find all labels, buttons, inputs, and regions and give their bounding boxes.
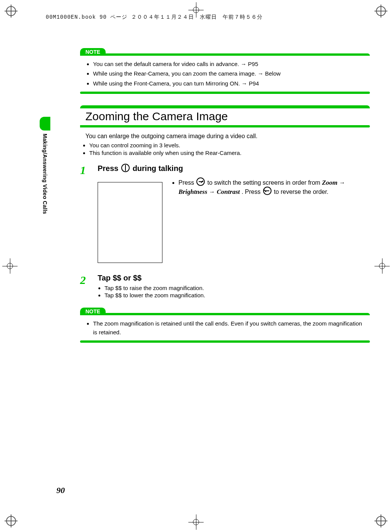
step2-title: Tap $$ or $$ [98, 274, 370, 282]
step1-title: Press during talking [98, 164, 370, 173]
crop-mark-right [374, 258, 390, 274]
file-header: 00M1000EN.book 90 ページ ２００４年１１月２４日 水曜日 午前… [46, 14, 369, 21]
note-box-2: NOTE The zoom magnification is retained … [80, 308, 370, 343]
t: . Press [241, 189, 262, 195]
section-title-text: Zooming the Camera Image [80, 108, 370, 125]
note1-item: While using the Rear-Camera, you can zoo… [93, 69, 366, 78]
page-number: 90 [56, 485, 65, 495]
zoom-label: Zoom [322, 179, 337, 186]
section-intro: You can enlarge the outgoing camera imag… [85, 133, 370, 140]
crop-mark-left [2, 258, 18, 274]
dpad-right-icon [196, 177, 205, 186]
section-bullet: This function is available only when usi… [89, 150, 370, 156]
note1-item: You can set the default camera for video… [93, 60, 366, 68]
step2-item: Tap $$ to raise the zoom magnification. [104, 285, 370, 291]
screenshot-placeholder [98, 182, 162, 263]
chapter-tab [40, 117, 50, 131]
step1-description: Press to switch the setting screens in o… [178, 177, 370, 196]
registration-mark-tr [376, 6, 386, 16]
note-label: NOTE [80, 308, 106, 315]
registration-mark-bl [6, 516, 16, 526]
t: Press [178, 179, 196, 186]
note1-item: While using the Front-Camera, you can tu… [93, 79, 366, 88]
section-bullet: You can control zooming in 3 levels. [89, 142, 370, 148]
step1-title-pre: Press [98, 164, 120, 172]
step-2: 2 Tap $$ or $$ Tap $$ to raise the zoom … [80, 274, 370, 299]
t: to switch the setting screens in order f… [207, 179, 322, 186]
registration-mark-tl [6, 6, 16, 16]
step2-item: Tap $$ to lower the zoom magnification. [104, 292, 370, 298]
step-1: 1 Press during talking Press to switch t… [80, 164, 370, 263]
step1-title-post: during talking [133, 164, 183, 172]
brightness-label: Brightness [178, 188, 207, 195]
contrast-label: Contrast [217, 188, 240, 195]
step-number: 2 [80, 274, 98, 299]
chapter-label: Making/Answering Video Calls [42, 134, 48, 214]
note2-item: The zoom magnification is retained until… [93, 319, 366, 337]
arrow-icon: → [339, 179, 345, 186]
note-box-1: NOTE You can set the default camera for … [80, 48, 370, 94]
arrow-icon: → [209, 189, 217, 195]
dpad-updown-icon [121, 164, 130, 172]
dpad-left-icon [263, 187, 272, 195]
note-label: NOTE [80, 48, 106, 56]
step-number: 1 [80, 164, 98, 263]
section-heading: Zooming the Camera Image [80, 105, 370, 127]
registration-mark-br [376, 516, 386, 526]
t: to reverse the order. [274, 189, 328, 195]
